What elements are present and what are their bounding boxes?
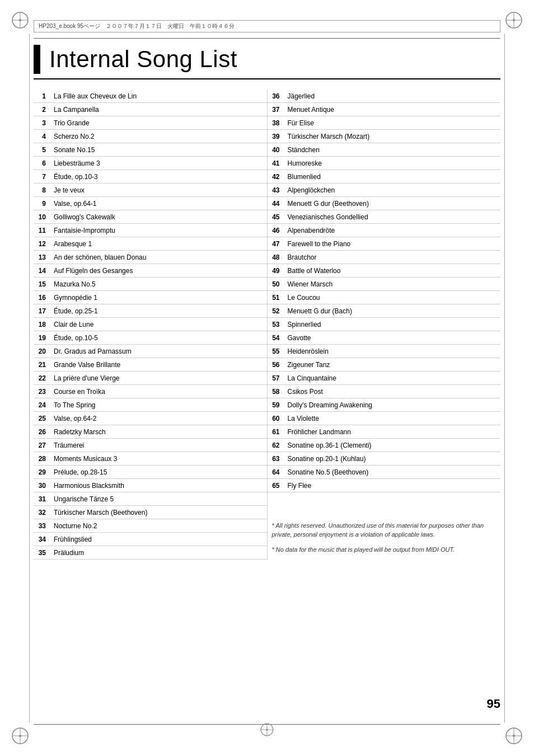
list-item: 56 Zigeuner Tanz: [268, 358, 501, 372]
list-item: 33 Nocturne No.2: [34, 519, 267, 533]
song-title: Harmonious Blacksmith: [51, 482, 124, 490]
song-number: 60: [268, 415, 285, 422]
svg-point-19: [266, 729, 268, 730]
list-item: 30 Harmonious Blacksmith: [34, 479, 267, 492]
header-file-info: HP203_e.book 95ページ ２００７年７月１７日 火曜日 午前１０時４…: [39, 22, 235, 30]
song-number: 39: [268, 133, 285, 140]
song-number: 38: [268, 119, 285, 127]
list-item: 26 Radetzky Marsch: [34, 425, 267, 439]
song-title: Farewell to the Piano: [285, 240, 351, 248]
list-item: 52 Menuett G dur (Bach): [268, 304, 501, 318]
song-title: Csikos Post: [285, 388, 323, 396]
song-number: 45: [268, 213, 285, 221]
list-item: 61 Fröhlicher Landmann: [268, 425, 501, 439]
song-title: Türkischer Marsch (Mozart): [285, 133, 370, 140]
song-number: 11: [34, 227, 51, 234]
song-title: Fröhlicher Landmann: [285, 428, 351, 436]
song-number: 1: [34, 92, 51, 100]
song-number: 62: [268, 442, 285, 449]
song-number: 56: [268, 361, 285, 369]
notes-section: * All rights reserved. Unauthorized use …: [268, 521, 501, 560]
song-title: Ungarische Tänze 5: [51, 495, 114, 503]
song-title: Course en Troïka: [51, 388, 105, 396]
song-title: Radetzky Marsch: [51, 428, 106, 436]
song-number: 49: [268, 267, 285, 275]
song-number: 42: [268, 173, 285, 181]
song-title: Je te veux: [51, 186, 85, 194]
list-item: 54 Gavotte: [268, 331, 501, 345]
song-title: Jägerlied: [285, 92, 315, 100]
song-number: 43: [268, 186, 285, 194]
song-number: 26: [34, 428, 51, 436]
list-item: 29 Prélude, op.28-15: [34, 466, 267, 479]
song-number: 2: [34, 106, 51, 114]
song-title: To The Spring: [51, 401, 96, 409]
list-item: 36 Jägerlied: [268, 90, 501, 103]
song-title: Sonatine op.36-1 (Clementi): [285, 442, 372, 449]
list-item: 48 Brautchor: [268, 251, 501, 264]
song-title: Scherzo No.2: [51, 133, 95, 140]
song-number: 30: [34, 482, 51, 490]
list-item: 9 Valse, op.64-1: [34, 197, 267, 210]
song-number: 59: [268, 401, 285, 409]
song-title: Gavotte: [285, 334, 311, 342]
song-title: Türkischer Marsch (Beethoven): [51, 509, 147, 516]
svg-point-11: [19, 735, 21, 737]
song-title: Prélude, op.28-15: [51, 468, 107, 476]
list-item: 62 Sonatine op.36-1 (Clementi): [268, 439, 501, 452]
song-title: Auf Flügeln des Gesanges: [51, 267, 133, 275]
list-item: 42 Blumenlied: [268, 170, 501, 184]
note-text: * All rights reserved. Unauthorized use …: [272, 521, 501, 539]
song-title: Étude, op.25-1: [51, 307, 98, 315]
bottom-center-decoration: [259, 721, 275, 740]
song-title: Étude, op.10-3: [51, 173, 98, 181]
song-title: Trio Grande: [51, 119, 90, 127]
page-title: Internal Song List: [49, 46, 237, 73]
song-title: Clair de Lune: [51, 321, 93, 328]
title-bar-decoration: [34, 45, 40, 74]
song-number: 36: [268, 92, 285, 100]
list-item: 5 Sonate No.15: [34, 143, 267, 157]
song-title: La Cinquantaine: [285, 374, 336, 382]
list-item: 47 Farewell to the Piano: [268, 237, 501, 251]
song-title: Grande Valse Brillante: [51, 361, 120, 369]
song-number: 27: [34, 442, 51, 449]
song-title: Menuet Antique: [285, 106, 334, 114]
song-number: 4: [34, 133, 51, 140]
list-item: 4 Scherzo No.2: [34, 130, 267, 143]
list-item: 22 La prière d'une Vierge: [34, 372, 267, 385]
list-item: 24 To The Spring: [34, 398, 267, 412]
song-title: Battle of Waterloo: [285, 267, 341, 275]
song-title: Spinnerlied: [285, 321, 321, 328]
song-title: Heidenröslein: [285, 348, 329, 355]
song-title: Arabesque 1: [51, 240, 92, 248]
margin-line-left: [29, 34, 30, 722]
song-number: 54: [268, 334, 285, 342]
song-number: 8: [34, 186, 51, 194]
song-number: 24: [34, 401, 51, 409]
song-number: 65: [268, 482, 285, 490]
song-number: 31: [34, 495, 51, 503]
list-item: 20 Dr. Gradus ad Parnassum: [34, 345, 267, 358]
song-number: 5: [34, 146, 51, 154]
song-title: Für Elise: [285, 119, 314, 127]
song-column-right: 36 Jägerlied 37 Menuet Antique 38 Für El…: [268, 90, 501, 560]
list-item: 18 Clair de Lune: [34, 318, 267, 331]
song-list-container: 1 La Fille aux Cheveux de Lin 2 La Campa…: [34, 90, 500, 560]
list-item: 12 Arabesque 1: [34, 237, 267, 251]
header-bar: HP203_e.book 95ページ ２００７年７月１７日 火曜日 午前１０時４…: [34, 20, 500, 32]
song-title: An der schönen, blauen Donau: [51, 253, 146, 261]
song-title: Mazurka No.5: [51, 280, 96, 288]
song-number: 57: [268, 374, 285, 382]
song-number: 44: [268, 200, 285, 208]
song-number: 40: [268, 146, 285, 154]
list-item: 53 Spinnerlied: [268, 318, 501, 331]
corner-decoration-bl: [10, 726, 30, 746]
song-title: Valse, op.64-1: [51, 200, 97, 208]
song-number: 48: [268, 253, 285, 261]
svg-point-3: [19, 19, 21, 21]
song-title: La Campanella: [51, 106, 99, 114]
song-title: Le Coucou: [285, 294, 320, 302]
corner-decoration-tr: [504, 10, 524, 30]
song-title: Humoreske: [285, 159, 322, 167]
